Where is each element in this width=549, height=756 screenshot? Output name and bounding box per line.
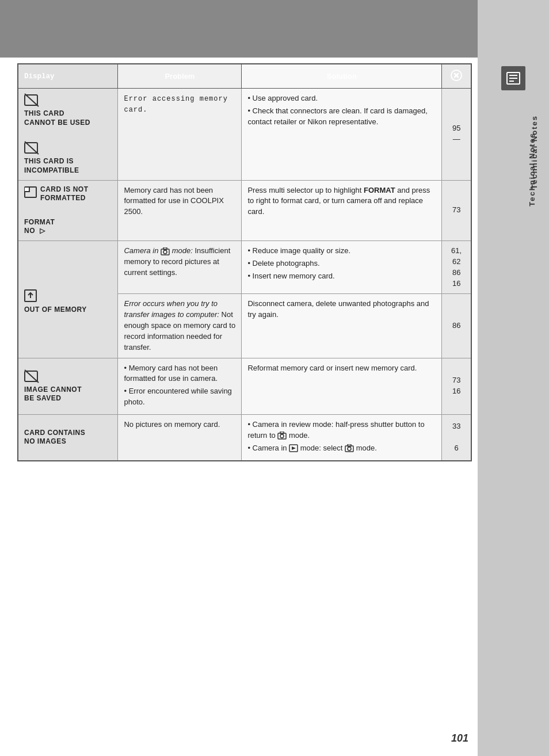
no-card-icon-4 (24, 369, 39, 383)
solution-bullet-1b: Check that connectors are clean. If card… (247, 106, 436, 128)
svg-marker-24 (292, 446, 296, 450)
problem-cell-2: Memory card has not been formatted for u… (118, 180, 242, 241)
solution-cell-3b: Disconnect camera, delete unwanted photo… (242, 294, 442, 358)
card-not-formatted-icon (24, 186, 37, 198)
display-text-4: IMAGE CANNOTBE SAVED (24, 385, 112, 403)
problem-italic-3b: Error occurs when you try to transfer im… (124, 299, 219, 319)
svg-rect-26 (348, 444, 351, 446)
svg-point-17 (163, 250, 167, 254)
svg-rect-21 (280, 432, 284, 434)
page-number: 101 (451, 732, 468, 744)
solution-bullet-3a: Reduce image quality or size. (247, 246, 436, 257)
svg-line-19 (25, 370, 39, 383)
svg-marker-12 (25, 187, 29, 191)
display-text-1b: THIS CARD ISINCOMPATIBLE (24, 157, 112, 175)
display-cell-2: CARD IS NOTFORMATTED FORMATNO ▷ (18, 180, 118, 241)
svg-point-27 (348, 447, 351, 450)
problem-cell-3a: Camera in mode: Insufficient memory to r… (118, 241, 242, 294)
svg-line-8 (25, 94, 39, 106)
header-solution: Solution (242, 64, 442, 89)
solution-cell-5: Camera in review mode: half-press shutte… (242, 414, 442, 460)
problem-text-1: Error accessing memory card. (124, 95, 227, 114)
camera-icon-inline-1 (161, 247, 170, 255)
page-cell-2: 73 (442, 180, 471, 241)
problem-bullet-4b: Error encountered while saving photo. (124, 386, 235, 408)
problem-italic-3a: Camera in mode: (124, 246, 192, 255)
table-row: OUT OF MEMORY Camera in mode: Insufficie… (18, 241, 471, 294)
header-problem: Problem (118, 64, 242, 89)
display-cell-1: THIS CARDCANNOT BE USED THIS CARD ISINCO… (18, 89, 118, 181)
out-of-memory-icon (24, 289, 37, 302)
camera-icon-inline-3 (345, 444, 354, 452)
sidebar-vertical-label: Technical Notes (528, 132, 536, 207)
svg-point-22 (280, 434, 284, 438)
playback-icon-inline (289, 444, 298, 452)
solution-bullet-1a: Use approved card. (247, 93, 436, 104)
display-text-5: CARD CONTAINSNO IMAGES (24, 429, 112, 446)
solution-bullet-3b: Delete photographs. (247, 258, 436, 269)
svg-rect-16 (163, 247, 167, 250)
display-cell-4: IMAGE CANNOTBE SAVED (18, 358, 118, 414)
solution-cell-3a: Reduce image quality or size. Delete pho… (242, 241, 442, 294)
solution-bullet-5a: Camera in review mode: half-press shutte… (247, 419, 436, 441)
format-bold: FORMAT (364, 186, 395, 194)
table-row: CARD IS NOTFORMATTED FORMATNO ▷ Memory c… (18, 180, 471, 241)
wrench-icon (450, 69, 463, 82)
problem-bullet-4a: Memory card has not been formatted for u… (124, 363, 235, 385)
page-cell-4: 7316 (442, 358, 471, 414)
solution-bullet-3c: Insert new memory card. (247, 271, 436, 282)
header-bar (0, 0, 478, 58)
display-text-2b: FORMATNO ▷ (24, 218, 112, 236)
table-row: THIS CARDCANNOT BE USED THIS CARD ISINCO… (18, 89, 471, 181)
page-cell-5: 336 (442, 414, 471, 460)
display-cell-3: OUT OF MEMORY (18, 241, 118, 358)
solution-cell-2: Press multi selector up to highlight FOR… (242, 180, 442, 241)
svg-line-10 (25, 142, 39, 154)
page-cell-1: 95— (442, 89, 471, 181)
main-content: Display Problem Solution (17, 63, 472, 461)
problem-cell-4: Memory card has not been formatted for u… (118, 358, 242, 414)
table-row: CARD CONTAINSNO IMAGES No pictures on me… (18, 414, 471, 460)
solution-bullet-5b: Camera in mode: select mode. (247, 443, 436, 454)
page-cell-3a: 61,628616 (442, 241, 471, 294)
display-cell-5: CARD CONTAINSNO IMAGES (18, 414, 118, 460)
edit-icon (505, 70, 521, 86)
table-row: IMAGE CANNOTBE SAVED Memory card has not… (18, 358, 471, 414)
display-text-2a: CARD IS NOTFORMATTED (40, 185, 89, 203)
header-page (442, 64, 471, 89)
display-text-1a: THIS CARDCANNOT BE USED (24, 109, 112, 127)
no-card-icon-1b (24, 141, 39, 155)
problem-text-2: Memory card has not been formatted for u… (124, 186, 223, 216)
solution-cell-4: Reformat memory card or insert new memor… (242, 358, 442, 414)
no-card-icon-1 (24, 93, 39, 107)
right-sidebar: Technical Notes (478, 0, 549, 756)
problem-cell-3b: Error occurs when you try to transfer im… (118, 294, 242, 358)
error-table: Display Problem Solution (17, 63, 472, 461)
problem-cell-5: No pictures on memory card. (118, 414, 242, 460)
solution-cell-1: Use approved card. Check that connectors… (242, 89, 442, 181)
page-cell-3b: 86 (442, 294, 471, 358)
problem-cell-1: Error accessing memory card. (118, 89, 242, 181)
camera-icon-inline-2 (277, 432, 287, 440)
header-display: Display (18, 64, 118, 89)
sidebar-icon (501, 66, 525, 90)
display-text-3: OUT OF MEMORY (24, 306, 112, 315)
